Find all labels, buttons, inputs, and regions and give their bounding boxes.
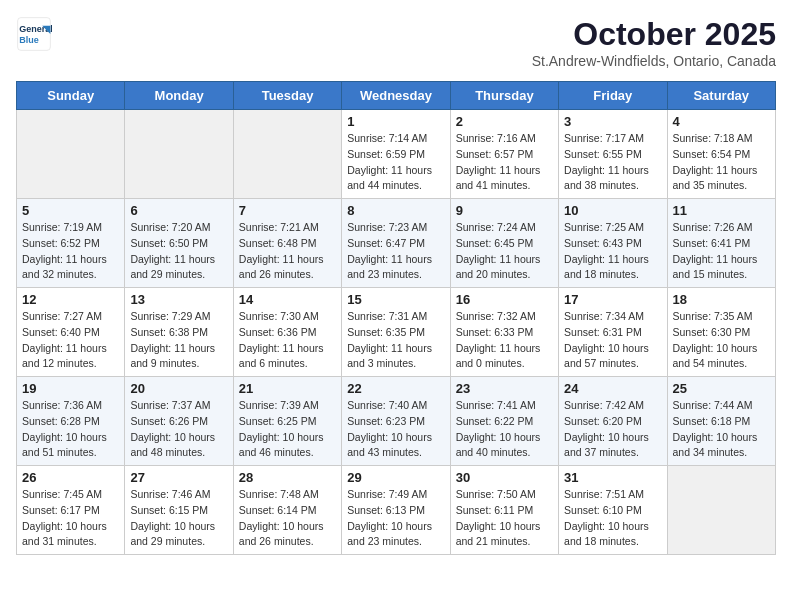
day-info: Sunrise: 7:34 AM Sunset: 6:31 PM Dayligh…	[564, 309, 661, 372]
day-number: 6	[130, 203, 227, 218]
day-number: 21	[239, 381, 336, 396]
day-number: 31	[564, 470, 661, 485]
day-info: Sunrise: 7:23 AM Sunset: 6:47 PM Dayligh…	[347, 220, 444, 283]
calendar-cell: 29Sunrise: 7:49 AM Sunset: 6:13 PM Dayli…	[342, 466, 450, 555]
calendar-cell: 6Sunrise: 7:20 AM Sunset: 6:50 PM Daylig…	[125, 199, 233, 288]
calendar-cell: 3Sunrise: 7:17 AM Sunset: 6:55 PM Daylig…	[559, 110, 667, 199]
calendar-week-row: 5Sunrise: 7:19 AM Sunset: 6:52 PM Daylig…	[17, 199, 776, 288]
day-info: Sunrise: 7:35 AM Sunset: 6:30 PM Dayligh…	[673, 309, 770, 372]
page-header: General Blue October 2025 St.Andrew-Wind…	[16, 16, 776, 69]
day-number: 9	[456, 203, 553, 218]
day-number: 4	[673, 114, 770, 129]
calendar-cell: 20Sunrise: 7:37 AM Sunset: 6:26 PM Dayli…	[125, 377, 233, 466]
day-of-week-header: Saturday	[667, 82, 775, 110]
calendar-cell: 28Sunrise: 7:48 AM Sunset: 6:14 PM Dayli…	[233, 466, 341, 555]
calendar-week-row: 19Sunrise: 7:36 AM Sunset: 6:28 PM Dayli…	[17, 377, 776, 466]
day-number: 27	[130, 470, 227, 485]
day-info: Sunrise: 7:21 AM Sunset: 6:48 PM Dayligh…	[239, 220, 336, 283]
calendar-cell: 5Sunrise: 7:19 AM Sunset: 6:52 PM Daylig…	[17, 199, 125, 288]
calendar-cell: 27Sunrise: 7:46 AM Sunset: 6:15 PM Dayli…	[125, 466, 233, 555]
day-number: 22	[347, 381, 444, 396]
day-info: Sunrise: 7:44 AM Sunset: 6:18 PM Dayligh…	[673, 398, 770, 461]
calendar-cell: 7Sunrise: 7:21 AM Sunset: 6:48 PM Daylig…	[233, 199, 341, 288]
logo-icon: General Blue	[16, 16, 52, 52]
calendar-cell: 23Sunrise: 7:41 AM Sunset: 6:22 PM Dayli…	[450, 377, 558, 466]
calendar-cell	[233, 110, 341, 199]
calendar-cell: 19Sunrise: 7:36 AM Sunset: 6:28 PM Dayli…	[17, 377, 125, 466]
day-number: 19	[22, 381, 119, 396]
day-number: 16	[456, 292, 553, 307]
day-of-week-header: Tuesday	[233, 82, 341, 110]
calendar-cell: 18Sunrise: 7:35 AM Sunset: 6:30 PM Dayli…	[667, 288, 775, 377]
day-of-week-header: Thursday	[450, 82, 558, 110]
day-number: 12	[22, 292, 119, 307]
calendar-cell	[667, 466, 775, 555]
location-title: St.Andrew-Windfields, Ontario, Canada	[532, 53, 776, 69]
day-info: Sunrise: 7:45 AM Sunset: 6:17 PM Dayligh…	[22, 487, 119, 550]
day-info: Sunrise: 7:46 AM Sunset: 6:15 PM Dayligh…	[130, 487, 227, 550]
day-info: Sunrise: 7:19 AM Sunset: 6:52 PM Dayligh…	[22, 220, 119, 283]
day-info: Sunrise: 7:37 AM Sunset: 6:26 PM Dayligh…	[130, 398, 227, 461]
day-number: 25	[673, 381, 770, 396]
day-number: 1	[347, 114, 444, 129]
day-info: Sunrise: 7:30 AM Sunset: 6:36 PM Dayligh…	[239, 309, 336, 372]
svg-text:Blue: Blue	[19, 35, 39, 45]
day-number: 18	[673, 292, 770, 307]
day-number: 24	[564, 381, 661, 396]
day-info: Sunrise: 7:40 AM Sunset: 6:23 PM Dayligh…	[347, 398, 444, 461]
calendar-week-row: 26Sunrise: 7:45 AM Sunset: 6:17 PM Dayli…	[17, 466, 776, 555]
calendar-cell: 11Sunrise: 7:26 AM Sunset: 6:41 PM Dayli…	[667, 199, 775, 288]
calendar-cell: 13Sunrise: 7:29 AM Sunset: 6:38 PM Dayli…	[125, 288, 233, 377]
day-info: Sunrise: 7:42 AM Sunset: 6:20 PM Dayligh…	[564, 398, 661, 461]
calendar-cell: 1Sunrise: 7:14 AM Sunset: 6:59 PM Daylig…	[342, 110, 450, 199]
calendar-cell: 14Sunrise: 7:30 AM Sunset: 6:36 PM Dayli…	[233, 288, 341, 377]
day-info: Sunrise: 7:24 AM Sunset: 6:45 PM Dayligh…	[456, 220, 553, 283]
calendar-cell: 8Sunrise: 7:23 AM Sunset: 6:47 PM Daylig…	[342, 199, 450, 288]
month-title: October 2025	[532, 16, 776, 53]
calendar-cell: 24Sunrise: 7:42 AM Sunset: 6:20 PM Dayli…	[559, 377, 667, 466]
calendar-cell	[125, 110, 233, 199]
calendar-cell	[17, 110, 125, 199]
day-number: 23	[456, 381, 553, 396]
calendar-table: SundayMondayTuesdayWednesdayThursdayFrid…	[16, 81, 776, 555]
calendar-body: 1Sunrise: 7:14 AM Sunset: 6:59 PM Daylig…	[17, 110, 776, 555]
day-number: 20	[130, 381, 227, 396]
day-number: 29	[347, 470, 444, 485]
day-number: 13	[130, 292, 227, 307]
calendar-week-row: 1Sunrise: 7:14 AM Sunset: 6:59 PM Daylig…	[17, 110, 776, 199]
calendar-cell: 12Sunrise: 7:27 AM Sunset: 6:40 PM Dayli…	[17, 288, 125, 377]
day-number: 3	[564, 114, 661, 129]
day-info: Sunrise: 7:41 AM Sunset: 6:22 PM Dayligh…	[456, 398, 553, 461]
day-info: Sunrise: 7:20 AM Sunset: 6:50 PM Dayligh…	[130, 220, 227, 283]
day-number: 7	[239, 203, 336, 218]
calendar-cell: 2Sunrise: 7:16 AM Sunset: 6:57 PM Daylig…	[450, 110, 558, 199]
calendar-cell: 15Sunrise: 7:31 AM Sunset: 6:35 PM Dayli…	[342, 288, 450, 377]
day-of-week-header: Sunday	[17, 82, 125, 110]
day-info: Sunrise: 7:16 AM Sunset: 6:57 PM Dayligh…	[456, 131, 553, 194]
day-info: Sunrise: 7:31 AM Sunset: 6:35 PM Dayligh…	[347, 309, 444, 372]
day-info: Sunrise: 7:18 AM Sunset: 6:54 PM Dayligh…	[673, 131, 770, 194]
day-number: 11	[673, 203, 770, 218]
calendar-cell: 9Sunrise: 7:24 AM Sunset: 6:45 PM Daylig…	[450, 199, 558, 288]
day-of-week-header: Monday	[125, 82, 233, 110]
day-number: 26	[22, 470, 119, 485]
day-info: Sunrise: 7:49 AM Sunset: 6:13 PM Dayligh…	[347, 487, 444, 550]
day-number: 2	[456, 114, 553, 129]
day-number: 30	[456, 470, 553, 485]
days-of-week-row: SundayMondayTuesdayWednesdayThursdayFrid…	[17, 82, 776, 110]
day-info: Sunrise: 7:39 AM Sunset: 6:25 PM Dayligh…	[239, 398, 336, 461]
calendar-week-row: 12Sunrise: 7:27 AM Sunset: 6:40 PM Dayli…	[17, 288, 776, 377]
title-block: October 2025 St.Andrew-Windfields, Ontar…	[532, 16, 776, 69]
day-info: Sunrise: 7:51 AM Sunset: 6:10 PM Dayligh…	[564, 487, 661, 550]
day-info: Sunrise: 7:50 AM Sunset: 6:11 PM Dayligh…	[456, 487, 553, 550]
calendar-cell: 25Sunrise: 7:44 AM Sunset: 6:18 PM Dayli…	[667, 377, 775, 466]
calendar-cell: 31Sunrise: 7:51 AM Sunset: 6:10 PM Dayli…	[559, 466, 667, 555]
calendar-cell: 16Sunrise: 7:32 AM Sunset: 6:33 PM Dayli…	[450, 288, 558, 377]
day-info: Sunrise: 7:25 AM Sunset: 6:43 PM Dayligh…	[564, 220, 661, 283]
logo: General Blue	[16, 16, 52, 52]
calendar-header: SundayMondayTuesdayWednesdayThursdayFrid…	[17, 82, 776, 110]
calendar-cell: 10Sunrise: 7:25 AM Sunset: 6:43 PM Dayli…	[559, 199, 667, 288]
day-info: Sunrise: 7:27 AM Sunset: 6:40 PM Dayligh…	[22, 309, 119, 372]
calendar-cell: 21Sunrise: 7:39 AM Sunset: 6:25 PM Dayli…	[233, 377, 341, 466]
calendar-cell: 17Sunrise: 7:34 AM Sunset: 6:31 PM Dayli…	[559, 288, 667, 377]
